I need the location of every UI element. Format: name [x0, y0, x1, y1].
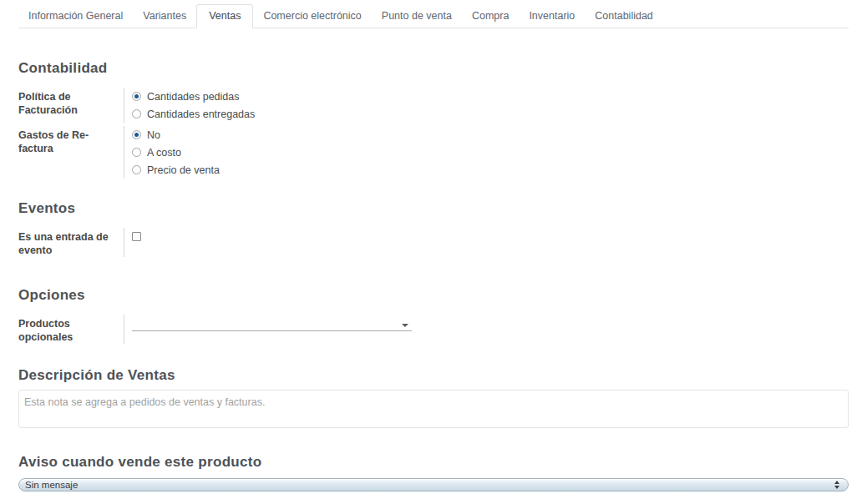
tab-informacion-general[interactable]: Información General — [18, 4, 133, 28]
optional-products-input[interactable] — [132, 318, 412, 331]
radio-option-a-costo[interactable]: A costo — [132, 144, 849, 161]
invoicing-policy-field: Cantidades pedidas Cantidades entregadas — [124, 88, 849, 123]
event-ticket-label: Es una entrada de evento — [18, 228, 124, 257]
reinvoice-expenses-label: Gastos de Re-factura — [18, 126, 124, 179]
tab-compra[interactable]: Compra — [462, 4, 519, 28]
section-title-opciones: Opciones — [18, 287, 849, 304]
optional-products-field — [124, 315, 849, 344]
tab-punto-de-venta[interactable]: Punto de venta — [372, 4, 462, 28]
radio-option-cantidades-pedidas[interactable]: Cantidades pedidas — [132, 88, 849, 105]
field-row-reinvoice-expenses: Gastos de Re-factura No A costo Precio d… — [18, 126, 849, 179]
invoicing-policy-label: Política de Facturación — [18, 88, 124, 123]
tab-bar: Información General Variantes Ventas Com… — [18, 0, 849, 28]
tab-variantes[interactable]: Variantes — [133, 4, 196, 28]
section-title-contabilidad: Contabilidad — [18, 60, 849, 77]
radio-selected-icon[interactable] — [132, 130, 141, 139]
section-title-aviso-venta: Aviso cuando vende este producto — [18, 454, 849, 471]
radio-unselected-icon[interactable] — [132, 109, 141, 118]
select-stepper-icon[interactable] — [834, 481, 839, 489]
sales-description-textarea[interactable] — [18, 390, 849, 428]
tab-comercio-electronico[interactable]: Comercio electrónico — [253, 4, 371, 28]
field-row-event-ticket: Es una entrada de evento — [18, 228, 849, 257]
radio-option-cantidades-entregadas[interactable]: Cantidades entregadas — [132, 105, 849, 123]
tab-ventas[interactable]: Ventas — [196, 4, 253, 28]
sale-warning-select[interactable]: Sin mensaje — [18, 478, 849, 491]
ventas-tab-sheet: Contabilidad Política de Facturación Can… — [0, 60, 867, 491]
radio-selected-icon[interactable] — [132, 92, 141, 101]
section-title-eventos: Eventos — [18, 200, 849, 217]
dropdown-caret-icon[interactable] — [402, 324, 408, 327]
sale-warning-selected-value: Sin mensaje — [25, 479, 78, 491]
optional-products-label: Productos opcionales — [18, 315, 124, 344]
radio-unselected-icon[interactable] — [132, 165, 141, 174]
field-row-optional-products: Productos opcionales — [18, 315, 849, 344]
radio-option-precio-de-venta[interactable]: Precio de venta — [132, 161, 849, 179]
radio-option-label: Precio de venta — [147, 164, 220, 176]
event-ticket-field — [124, 228, 849, 257]
radio-unselected-icon[interactable] — [132, 148, 141, 157]
tab-inventario[interactable]: Inventario — [519, 4, 585, 28]
radio-option-label: A costo — [147, 147, 181, 159]
event-ticket-checkbox[interactable] — [132, 232, 141, 241]
radio-option-label: No — [147, 129, 160, 141]
radio-option-no[interactable]: No — [132, 126, 849, 144]
section-title-descripcion-ventas: Descripción de Ventas — [18, 367, 849, 384]
reinvoice-expenses-field: No A costo Precio de venta — [124, 126, 849, 179]
field-row-invoicing-policy: Política de Facturación Cantidades pedid… — [18, 88, 849, 123]
tab-contabilidad[interactable]: Contabilidad — [585, 4, 663, 28]
radio-option-label: Cantidades entregadas — [147, 108, 255, 120]
radio-option-label: Cantidades pedidas — [147, 91, 240, 103]
